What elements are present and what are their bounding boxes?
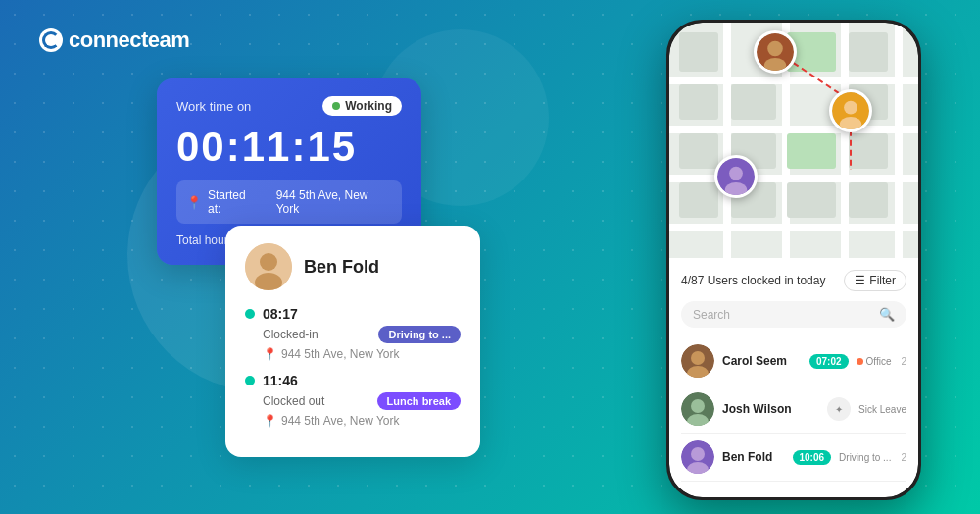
timeline-detail-2: Clocked out Lunch break (245, 392, 461, 410)
badge-lunch-1: Lunch break (377, 392, 461, 410)
status-dot-orange (857, 358, 863, 365)
phone-inner: 4/87 Users clocked in today ☰ Filter Sea… (669, 23, 918, 497)
user-time-carol: 07:02 (809, 354, 849, 369)
svg-point-11 (725, 182, 747, 198)
user-name-ben: Ben Fold (722, 450, 785, 464)
timeline-item-2: 11:46 Clocked out Lunch break 📍 944 5th … (245, 373, 461, 428)
svg-point-16 (691, 399, 705, 413)
sick-leave-icon: ✦ (827, 397, 851, 421)
clocked-in-text: 4/87 Users clocked in today (681, 274, 825, 287)
svg-point-7 (844, 101, 858, 115)
timeline-loc-2: 📍 944 5th Ave, New York (245, 414, 461, 428)
badge-driving-1: Driving to ... (378, 326, 461, 343)
work-time-header: Work time on Working (176, 96, 402, 116)
filter-icon: ☰ (855, 274, 865, 287)
svg-point-8 (840, 117, 861, 132)
svg-point-4 (767, 41, 783, 57)
user-status-ben: Driving to ... (839, 452, 891, 463)
filter-button[interactable]: ☰ Filter (844, 270, 906, 291)
logo-text: connecteam (69, 27, 189, 53)
location-label: Started at: (208, 188, 261, 216)
svg-point-5 (764, 58, 786, 74)
timeline-item-1: 08:17 Clocked-in Driving to ... 📍 944 5t… (245, 306, 461, 361)
employee-avatar (245, 243, 292, 290)
map-pin-2 (829, 89, 872, 132)
timeline-detail-1: Clocked-in Driving to ... (245, 326, 461, 343)
panel-header: 4/87 Users clocked in today ☰ Filter (681, 270, 906, 291)
user-time-ben: 10:06 (793, 450, 832, 465)
employee-card: Ben Fold 08:17 Clocked-in Driving to ...… (225, 226, 480, 457)
logo: connecteam (39, 27, 189, 53)
work-location-row: 📍 Started at: 944 5th Ave, New York (176, 180, 402, 224)
phone-panel: 4/87 Users clocked in today ☰ Filter Sea… (669, 258, 918, 497)
user-count-carol: 2 (901, 356, 906, 367)
timeline-dot-2 (245, 376, 255, 386)
pin-icon-2: 📍 (263, 414, 277, 428)
user-status-josh: Sick Leave (858, 404, 906, 415)
timer-display: 00:11:15 (176, 124, 402, 171)
map-area (669, 23, 918, 258)
svg-point-19 (691, 447, 705, 461)
user-list: Carol Seem 07:02 Office 2 Josh Wilson ✦ (681, 337, 906, 482)
user-avatar-ben (681, 440, 714, 474)
user-list-item-1[interactable]: Carol Seem 07:02 Office 2 (681, 337, 906, 386)
employee-header: Ben Fold (245, 243, 461, 290)
working-badge: Working (322, 96, 402, 116)
location-icon: 📍 (186, 195, 202, 210)
employee-name: Ben Fold (304, 257, 379, 278)
user-status-carol: Office (857, 356, 892, 367)
user-list-item-3[interactable]: Ben Fold 10:06 Driving to ... 2 (681, 434, 906, 482)
timeline-time-2: 11:46 (245, 373, 461, 388)
svg-point-13 (691, 351, 705, 365)
working-status: Working (345, 99, 392, 113)
timeline-loc-1: 📍 944 5th Ave, New York (245, 347, 461, 361)
search-placeholder: Search (693, 308, 730, 322)
user-list-item-2[interactable]: Josh Wilson ✦ Sick Leave (681, 386, 906, 434)
user-count-ben: 2 (901, 452, 906, 463)
search-bar[interactable]: Search 🔍 (681, 301, 906, 328)
search-icon: 🔍 (879, 307, 895, 322)
working-dot (332, 102, 340, 110)
user-avatar-carol (681, 344, 714, 378)
timeline-time-1: 08:17 (245, 306, 461, 322)
user-avatar-josh (681, 392, 714, 426)
map-pin-3 (714, 155, 758, 198)
svg-point-1 (260, 253, 277, 271)
user-name-carol: Carol Seem (722, 354, 802, 368)
location-value: 944 5th Ave, New York (276, 188, 392, 216)
phone-mockup: 4/87 Users clocked in today ☰ Filter Sea… (666, 20, 921, 500)
svg-point-10 (729, 167, 743, 180)
work-time-label: Work time on (176, 99, 251, 114)
user-name-josh: Josh Wilson (722, 402, 819, 416)
map-pin-1 (754, 30, 797, 74)
pin-icon-1: 📍 (263, 347, 277, 361)
timeline-dot-1 (245, 309, 255, 319)
filter-label: Filter (869, 274, 896, 287)
logo-icon (39, 28, 63, 52)
